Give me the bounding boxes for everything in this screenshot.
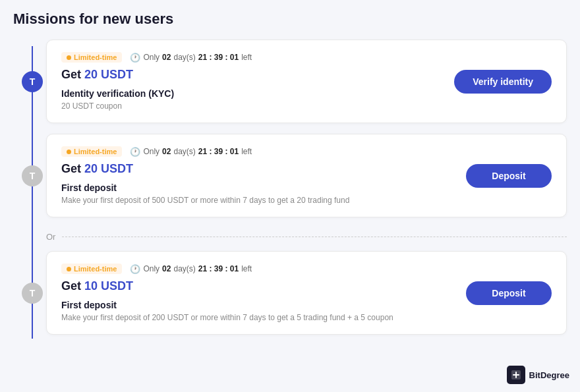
mission-deposit200-wrapper: T Limited-time 🕐 Only 02 day(s) 21 : 39 … bbox=[46, 251, 567, 335]
mission-kyc-badge-row: Limited-time 🕐 Only 02 day(s) 21 : 39 : … bbox=[61, 52, 441, 63]
badge-dot bbox=[67, 55, 71, 60]
deposit-500-button[interactable]: Deposit bbox=[466, 164, 552, 188]
badge-dot bbox=[67, 267, 71, 271]
bitdegree-icon bbox=[507, 366, 525, 384]
mission-deposit200-title: Get 10 USDT bbox=[61, 279, 453, 293]
or-label: Or bbox=[46, 232, 55, 242]
mission-deposit500-icon: T bbox=[22, 165, 43, 186]
mission-deposit500-name: First deposit bbox=[61, 182, 453, 193]
mission-kyc-title: Get 20 USDT bbox=[61, 68, 441, 82]
mission-deposit500-card: Limited-time 🕐 Only 02 day(s) 21 : 39 : … bbox=[46, 134, 567, 217]
mission-kyc-desc: 20 USDT coupon bbox=[61, 101, 441, 111]
page-title: Missions for new users bbox=[13, 11, 567, 28]
mission-deposit200-left: Limited-time 🕐 Only 02 day(s) 21 : 39 : … bbox=[61, 264, 453, 322]
mission-kyc-icon: T bbox=[22, 71, 43, 92]
clock-icon: 🕐 bbox=[130, 147, 140, 157]
timer-deposit500: 🕐 Only 02 day(s) 21 : 39 : 01 left bbox=[130, 147, 252, 157]
clock-icon: 🕐 bbox=[130, 53, 140, 63]
mission-deposit200-badge-row: Limited-time 🕐 Only 02 day(s) 21 : 39 : … bbox=[61, 264, 453, 274]
or-line bbox=[62, 237, 567, 237]
limited-time-badge-kyc: Limited-time bbox=[61, 52, 122, 63]
clock-icon: 🕐 bbox=[130, 264, 140, 274]
mission-deposit200-desc: Make your first deposit of 200 USDT or m… bbox=[61, 313, 453, 322]
mission-deposit200-card: Limited-time 🕐 Only 02 day(s) 21 : 39 : … bbox=[46, 251, 567, 335]
mission-deposit200-name: First deposit bbox=[61, 300, 453, 310]
bitdegree-name: BitDegree bbox=[529, 370, 569, 380]
limited-time-badge-deposit200: Limited-time bbox=[61, 264, 122, 274]
mission-kyc-wrapper: T Limited-time 🕐 Only 02 day(s) 21 : 39 … bbox=[46, 40, 567, 123]
limited-time-badge-deposit500: Limited-time bbox=[61, 146, 122, 157]
verify-identity-button[interactable]: Verify identity bbox=[454, 70, 552, 94]
mission-deposit500-wrapper: T Limited-time 🕐 Only 02 day(s) 21 : 39 … bbox=[46, 134, 567, 217]
mission-deposit500-badge-row: Limited-time 🕐 Only 02 day(s) 21 : 39 : … bbox=[61, 146, 453, 157]
mission-deposit500-left: Limited-time 🕐 Only 02 day(s) 21 : 39 : … bbox=[61, 146, 453, 205]
mission-kyc-name: Identity verification (KYC) bbox=[61, 88, 441, 99]
badge-dot bbox=[67, 150, 71, 154]
mission-kyc-left: Limited-time 🕐 Only 02 day(s) 21 : 39 : … bbox=[61, 52, 441, 111]
timer-deposit200: 🕐 Only 02 day(s) 21 : 39 : 01 left bbox=[130, 264, 252, 274]
mission-deposit200-icon: T bbox=[22, 283, 43, 304]
mission-deposit500-title: Get 20 USDT bbox=[61, 162, 453, 176]
deposit-200-button[interactable]: Deposit bbox=[466, 281, 552, 305]
timer-kyc: 🕐 Only 02 day(s) 21 : 39 : 01 left bbox=[130, 53, 252, 63]
mission-deposit500-desc: Make your first deposit of 500 USDT or m… bbox=[61, 196, 453, 205]
mission-kyc-card: Limited-time 🕐 Only 02 day(s) 21 : 39 : … bbox=[46, 40, 567, 123]
bitdegree-logo: BitDegree bbox=[507, 366, 569, 384]
or-divider: Or bbox=[46, 232, 567, 242]
missions-container: T Limited-time 🕐 Only 02 day(s) 21 : 39 … bbox=[13, 40, 567, 345]
